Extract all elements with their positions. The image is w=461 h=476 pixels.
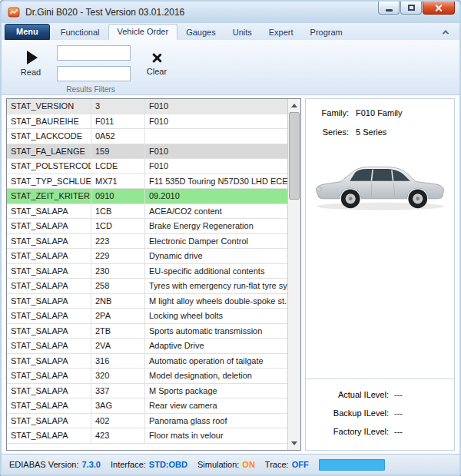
result-desc-cell: F010	[145, 159, 287, 174]
result-code-cell: 258	[91, 279, 145, 293]
arrow-up-icon	[291, 104, 297, 107]
table-row[interactable]: STAT_TYP_SCHLUES... MX71 F11 535D Tourin…	[7, 174, 287, 190]
result-desc-cell: Sports automatic transmission	[145, 324, 287, 339]
clear-button[interactable]: Clear	[137, 44, 177, 84]
result-name-cell: STAT_BAUREIHE	[7, 114, 91, 129]
result-desc-cell: Floor mats in velour	[145, 428, 287, 443]
read-button[interactable]: Read	[11, 44, 51, 84]
result-desc-cell: M Sports package	[145, 384, 287, 398]
filter-inputs	[57, 45, 131, 81]
result-code-cell: 1CD	[91, 219, 145, 233]
scroll-up-button[interactable]	[288, 99, 300, 112]
status-bar: EDIABAS Version: 7.3.0 Interface: STD:OB…	[2, 454, 459, 474]
minimize-button[interactable]	[378, 2, 400, 15]
result-code-cell: MX71	[91, 174, 145, 189]
result-name-cell: STAT_FA_LAENGE	[7, 144, 91, 159]
table-row[interactable]: STAT_SALAPA 258 Tyres with emergency run…	[7, 279, 287, 294]
maximize-icon	[408, 5, 415, 11]
table-row[interactable]: STAT_SALAPA 423 Floor mats in velour	[7, 428, 287, 444]
table-row[interactable]: STAT_LACKCODE 0A52	[7, 129, 287, 144]
result-code-cell: F011	[91, 114, 145, 129]
result-desc-cell: F010	[145, 144, 287, 159]
result-desc-cell: Panorama glass roof	[145, 414, 287, 428]
result-desc-cell: Dynamic drive	[145, 249, 287, 263]
table-row[interactable]: STAT_SALAPA 3AG Rear view camera	[7, 398, 287, 414]
table-row[interactable]: STAT_SALAPA 1CD Brake Energy Regeneratio…	[7, 219, 287, 234]
app-icon	[8, 6, 20, 18]
vertical-scrollbar[interactable]	[287, 99, 300, 450]
table-row[interactable]: STAT_SALAPA 1CB ACEA/CO2 content	[7, 204, 287, 220]
scrollbar-thumb[interactable]	[289, 112, 300, 200]
result-desc-cell: Electronic Damper Control	[145, 234, 287, 249]
result-code-cell: 229	[91, 249, 145, 263]
tab-units[interactable]: Units	[224, 25, 260, 40]
clear-button-label: Clear	[147, 67, 167, 76]
arrow-down-icon	[291, 441, 297, 445]
results-filter-input-bottom[interactable]	[57, 66, 131, 81]
result-desc-cell: F11 535D Touring N57D30 LHD ECE	[145, 174, 287, 189]
status-item-ediabas-version: EDIABAS Version: 7.3.0	[9, 460, 101, 469]
result-name-cell: STAT_TYP_SCHLUES...	[7, 174, 91, 189]
table-row[interactable]: STAT_SALAPA 2VA Adaptive Drive	[7, 339, 287, 354]
ilevel-row: Backup ILevel: ---	[315, 408, 445, 418]
results-table: STAT_VERSION 3 F010 STAT_BAUREIHE F011 F…	[7, 99, 287, 450]
table-row[interactable]: STAT_VERSION 3 F010	[7, 99, 287, 114]
x-mark-icon	[151, 52, 163, 64]
result-name-cell: STAT_SALAPA	[7, 294, 91, 309]
ilevel-label-factory-ilevel: Factory ILevel:	[315, 427, 389, 436]
table-row[interactable]: STAT_SALAPA 337 M Sports package	[7, 384, 287, 399]
status-item-interface: Interface: STD:OBD	[111, 460, 187, 469]
table-row[interactable]: STAT_SALAPA 320 Model designation, delet…	[7, 369, 287, 384]
result-code-cell: 159	[91, 144, 145, 159]
result-desc-cell: Locking wheel bolts	[145, 309, 287, 323]
result-name-cell: STAT_SALAPA	[7, 354, 91, 369]
table-row[interactable]: STAT_SALAPA 2TB Sports automatic transmi…	[7, 324, 287, 339]
result-name-cell: STAT_SALAPA	[7, 234, 91, 249]
result-desc-cell: Rear view camera	[145, 398, 287, 413]
collapse-ribbon-button[interactable]	[441, 28, 450, 37]
scroll-down-button[interactable]	[288, 437, 300, 450]
status-item-trace: Trace: OFF	[265, 460, 309, 469]
result-code-cell: 223	[91, 234, 145, 249]
table-row[interactable]: STAT_BAUREIHE F011 F010	[7, 114, 287, 130]
result-desc-cell	[145, 129, 287, 144]
table-row[interactable]: STAT_SALAPA 316 Automatic operation of t…	[7, 354, 287, 369]
scrollbar-track[interactable]	[288, 200, 300, 437]
table-row[interactable]: STAT_SALAPA 402 Panorama glass roof	[7, 414, 287, 429]
tab-menu[interactable]: Menu	[5, 24, 50, 40]
table-row[interactable]: STAT_POLSTERCODE LCDE F010	[7, 159, 287, 174]
series-value: 5 Series	[356, 127, 386, 137]
ribbon-toolbar: Read Clear Results Filters	[2, 40, 459, 95]
table-row[interactable]: STAT_SALAPA 230 EU-specific additional c…	[7, 264, 287, 279]
tab-vehicle-order[interactable]: Vehicle Order	[108, 24, 178, 40]
result-desc-cell: Adaptive Drive	[145, 339, 287, 353]
result-code-cell: LCDE	[91, 159, 145, 174]
results-filter-input-top[interactable]	[57, 45, 131, 61]
table-row[interactable]: STAT_SALAPA 229 Dynamic drive	[7, 249, 287, 264]
result-name-cell: STAT_SALAPA	[7, 339, 91, 353]
tab-program[interactable]: Program	[302, 25, 351, 40]
close-button[interactable]	[423, 2, 455, 15]
read-button-label: Read	[21, 68, 41, 77]
result-desc-cell: M light alloy wheels double-spoke st...	[145, 294, 287, 309]
result-name-cell: STAT_SALAPA	[7, 279, 91, 293]
table-row[interactable]: STAT_SALAPA 2PA Locking wheel bolts	[7, 309, 287, 324]
family-label: Family:	[313, 108, 349, 117]
result-name-cell: STAT_SALAPA	[7, 428, 91, 443]
table-row[interactable]: STAT_SALAPA 223 Electronic Damper Contro…	[7, 234, 287, 250]
ilevel-section: Actual ILevel: --- Backup ILevel: --- Fa…	[306, 378, 454, 450]
result-code-cell: 2TB	[91, 324, 145, 339]
table-row[interactable]: STAT_FA_LAENGE 159 F010	[7, 144, 287, 160]
table-row[interactable]: STAT_ZEIT_KRITERI... 0910 09.2010	[7, 189, 287, 204]
tab-functional[interactable]: Functional	[52, 25, 108, 40]
status-item-simulation: Simulation: ON	[197, 460, 255, 469]
results-filters-caption: Results Filters	[49, 85, 132, 94]
app-window: Dr.Gini B020 - Test Version 03.01.2016 M…	[0, 0, 461, 476]
tab-expert[interactable]: Expert	[260, 25, 302, 40]
result-name-cell: STAT_POLSTERCODE	[7, 159, 91, 174]
tab-gauges[interactable]: Gauges	[177, 25, 224, 40]
maximize-button[interactable]	[400, 2, 422, 15]
series-label: Series:	[313, 127, 349, 137]
table-row[interactable]: STAT_SALAPA 2NB M light alloy wheels dou…	[7, 294, 287, 309]
ilevel-row: Factory ILevel: ---	[315, 427, 445, 436]
